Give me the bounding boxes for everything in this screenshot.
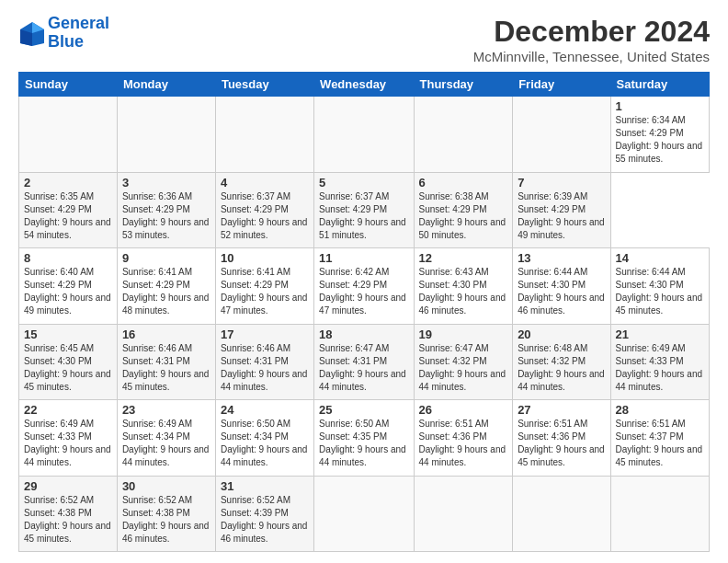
empty-cell xyxy=(215,97,313,173)
day-number: 3 xyxy=(122,176,210,190)
calendar-cell: 28Sunrise: 6:51 AMSunset: 4:37 PMDayligh… xyxy=(610,400,709,477)
calendar-cell xyxy=(610,476,709,552)
header-day: Monday xyxy=(117,73,215,97)
header-day: Friday xyxy=(513,73,610,97)
title-block: December 2024 McMinnville, Tennessee, Un… xyxy=(473,15,710,64)
day-info: Sunrise: 6:39 AMSunset: 4:29 PMDaylight:… xyxy=(518,191,605,240)
calendar-cell: 26Sunrise: 6:51 AMSunset: 4:36 PMDayligh… xyxy=(414,400,513,477)
day-info: Sunrise: 6:50 AMSunset: 4:34 PMDaylight:… xyxy=(221,419,308,467)
subtitle: McMinnville, Tennessee, United States xyxy=(473,49,710,64)
day-info: Sunrise: 6:47 AMSunset: 4:32 PMDaylight:… xyxy=(419,343,506,392)
calendar-cell: 13Sunrise: 6:44 AMSunset: 4:30 PMDayligh… xyxy=(513,248,610,325)
calendar-cell: 1Sunrise: 6:34 AMSunset: 4:29 PMDaylight… xyxy=(610,97,709,173)
day-number: 11 xyxy=(319,251,408,265)
day-info: Sunrise: 6:52 AMSunset: 4:39 PMDaylight:… xyxy=(221,495,308,544)
day-info: Sunrise: 6:52 AMSunset: 4:38 PMDaylight:… xyxy=(24,495,111,544)
main-title: December 2024 xyxy=(473,15,710,49)
calendar-cell: 17Sunrise: 6:46 AMSunset: 4:31 PMDayligh… xyxy=(215,324,313,400)
empty-cell xyxy=(117,97,215,173)
logo: General Blue xyxy=(18,15,109,52)
calendar-cell xyxy=(513,476,610,552)
day-number: 15 xyxy=(24,327,112,341)
day-info: Sunrise: 6:37 AMSunset: 4:29 PMDaylight:… xyxy=(319,191,406,240)
day-info: Sunrise: 6:40 AMSunset: 4:29 PMDaylight:… xyxy=(24,267,111,316)
calendar-week: 2Sunrise: 6:35 AMSunset: 4:29 PMDaylight… xyxy=(19,172,710,248)
day-number: 13 xyxy=(518,251,605,265)
empty-cell xyxy=(19,97,118,173)
day-info: Sunrise: 6:46 AMSunset: 4:31 PMDaylight:… xyxy=(221,343,308,392)
day-info: Sunrise: 6:49 AMSunset: 4:33 PMDaylight:… xyxy=(616,343,703,392)
day-number: 4 xyxy=(221,176,309,190)
day-number: 28 xyxy=(616,403,704,417)
header-day: Tuesday xyxy=(215,73,313,97)
day-number: 20 xyxy=(518,327,605,341)
calendar-cell: 23Sunrise: 6:49 AMSunset: 4:34 PMDayligh… xyxy=(117,400,215,477)
day-number: 26 xyxy=(419,403,508,417)
calendar-cell: 14Sunrise: 6:44 AMSunset: 4:30 PMDayligh… xyxy=(610,248,709,325)
day-info: Sunrise: 6:49 AMSunset: 4:34 PMDaylight:… xyxy=(122,419,210,467)
day-info: Sunrise: 6:51 AMSunset: 4:37 PMDaylight:… xyxy=(616,419,703,467)
header-row: SundayMondayTuesdayWednesdayThursdayFrid… xyxy=(19,73,710,97)
day-info: Sunrise: 6:52 AMSunset: 4:38 PMDaylight:… xyxy=(122,495,210,544)
logo-line2: Blue xyxy=(48,32,84,51)
day-info: Sunrise: 6:38 AMSunset: 4:29 PMDaylight:… xyxy=(419,191,506,240)
day-info: Sunrise: 6:34 AMSunset: 4:29 PMDaylight:… xyxy=(616,115,703,164)
day-number: 29 xyxy=(24,479,112,493)
day-number: 7 xyxy=(518,176,605,190)
day-number: 14 xyxy=(616,251,704,265)
calendar-cell: 20Sunrise: 6:48 AMSunset: 4:32 PMDayligh… xyxy=(513,324,610,400)
day-number: 10 xyxy=(221,251,309,265)
logo-icon xyxy=(18,20,44,46)
calendar-cell: 19Sunrise: 6:47 AMSunset: 4:32 PMDayligh… xyxy=(414,324,513,400)
day-number: 25 xyxy=(319,403,408,417)
day-number: 19 xyxy=(419,327,508,341)
day-info: Sunrise: 6:43 AMSunset: 4:30 PMDaylight:… xyxy=(419,267,506,316)
logo-line1: General xyxy=(48,14,109,32)
calendar-week: 1Sunrise: 6:34 AMSunset: 4:29 PMDaylight… xyxy=(19,97,710,173)
calendar-page: General Blue December 2024 McMinnville, … xyxy=(0,0,728,563)
day-info: Sunrise: 6:49 AMSunset: 4:33 PMDaylight:… xyxy=(24,419,111,467)
day-info: Sunrise: 6:35 AMSunset: 4:29 PMDaylight:… xyxy=(24,191,111,240)
day-info: Sunrise: 6:48 AMSunset: 4:32 PMDaylight:… xyxy=(518,343,605,392)
empty-cell xyxy=(314,97,414,173)
calendar-cell: 11Sunrise: 6:42 AMSunset: 4:29 PMDayligh… xyxy=(314,248,414,325)
calendar-cell: 5Sunrise: 6:37 AMSunset: 4:29 PMDaylight… xyxy=(314,172,414,248)
day-number: 5 xyxy=(319,176,408,190)
calendar-cell: 25Sunrise: 6:50 AMSunset: 4:35 PMDayligh… xyxy=(314,400,414,477)
calendar-cell: 18Sunrise: 6:47 AMSunset: 4:31 PMDayligh… xyxy=(314,324,414,400)
calendar-cell: 7Sunrise: 6:39 AMSunset: 4:29 PMDaylight… xyxy=(513,172,610,248)
calendar-cell: 10Sunrise: 6:41 AMSunset: 4:29 PMDayligh… xyxy=(215,248,313,325)
day-number: 22 xyxy=(24,403,112,417)
calendar-cell: 15Sunrise: 6:45 AMSunset: 4:30 PMDayligh… xyxy=(19,324,118,400)
calendar-week: 22Sunrise: 6:49 AMSunset: 4:33 PMDayligh… xyxy=(19,400,710,477)
day-info: Sunrise: 6:44 AMSunset: 4:30 PMDaylight:… xyxy=(616,267,703,316)
day-number: 30 xyxy=(122,479,210,493)
day-info: Sunrise: 6:50 AMSunset: 4:35 PMDaylight:… xyxy=(319,419,406,467)
day-number: 18 xyxy=(319,327,408,341)
day-info: Sunrise: 6:51 AMSunset: 4:36 PMDaylight:… xyxy=(518,419,605,467)
day-info: Sunrise: 6:45 AMSunset: 4:30 PMDaylight:… xyxy=(24,343,111,392)
calendar-cell: 9Sunrise: 6:41 AMSunset: 4:29 PMDaylight… xyxy=(117,248,215,325)
header-day: Thursday xyxy=(414,73,513,97)
day-number: 31 xyxy=(221,479,309,493)
calendar-week: 29Sunrise: 6:52 AMSunset: 4:38 PMDayligh… xyxy=(19,476,710,552)
calendar-cell: 16Sunrise: 6:46 AMSunset: 4:31 PMDayligh… xyxy=(117,324,215,400)
calendar-cell: 30Sunrise: 6:52 AMSunset: 4:38 PMDayligh… xyxy=(117,476,215,552)
day-info: Sunrise: 6:44 AMSunset: 4:30 PMDaylight:… xyxy=(518,267,605,316)
calendar-cell: 12Sunrise: 6:43 AMSunset: 4:30 PMDayligh… xyxy=(414,248,513,325)
day-number: 27 xyxy=(518,403,605,417)
calendar-cell: 31Sunrise: 6:52 AMSunset: 4:39 PMDayligh… xyxy=(215,476,313,552)
empty-cell xyxy=(513,97,610,173)
day-number: 12 xyxy=(419,251,508,265)
day-number: 17 xyxy=(221,327,309,341)
calendar-cell: 27Sunrise: 6:51 AMSunset: 4:36 PMDayligh… xyxy=(513,400,610,477)
calendar-cell: 29Sunrise: 6:52 AMSunset: 4:38 PMDayligh… xyxy=(19,476,118,552)
day-number: 23 xyxy=(122,403,210,417)
day-number: 8 xyxy=(24,251,112,265)
calendar-week: 8Sunrise: 6:40 AMSunset: 4:29 PMDaylight… xyxy=(19,248,710,325)
calendar-cell: 22Sunrise: 6:49 AMSunset: 4:33 PMDayligh… xyxy=(19,400,118,477)
calendar-cell: 21Sunrise: 6:49 AMSunset: 4:33 PMDayligh… xyxy=(610,324,709,400)
day-number: 2 xyxy=(24,176,112,190)
day-info: Sunrise: 6:46 AMSunset: 4:31 PMDaylight:… xyxy=(122,343,210,392)
empty-cell xyxy=(414,97,513,173)
